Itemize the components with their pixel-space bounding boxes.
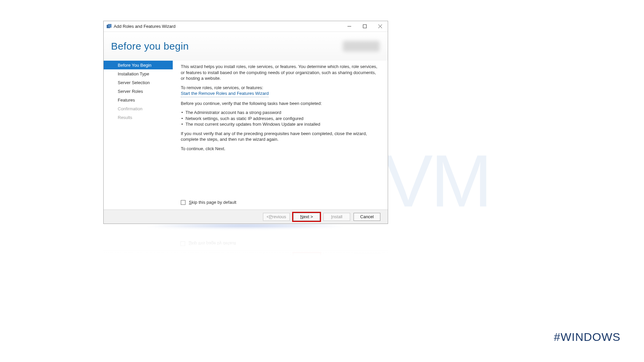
page-header: Before you begin	[104, 32, 388, 61]
previous-button: < Previous	[263, 213, 290, 221]
cancel-button[interactable]: Cancel	[354, 213, 380, 221]
maximize-button[interactable]	[357, 21, 372, 32]
skip-row: Skip this page by default	[181, 199, 380, 205]
install-button: Install	[323, 213, 350, 221]
title-bar: Add Roles and Features Wizard	[104, 21, 388, 32]
remove-wizard-link[interactable]: Start the Remove Roles and Features Wiza…	[181, 90, 269, 97]
nav-server-roles[interactable]: Server Roles	[104, 87, 173, 96]
destination-server-blurred	[343, 41, 380, 52]
after-bullets-text: If you must verify that any of the prece…	[181, 131, 380, 142]
skip-label: Skip this page by default	[189, 199, 236, 205]
nav-features[interactable]: Features	[104, 96, 173, 104]
page-title: Before you begin	[111, 41, 189, 52]
prereq-list: •The Administrator account has a strong …	[181, 110, 380, 127]
next-button[interactable]: Next >	[293, 213, 320, 221]
close-button[interactable]	[372, 21, 388, 32]
continue-text: To continue, click Next.	[181, 146, 380, 152]
remove-heading: To remove roles, role services, or featu…	[181, 85, 380, 91]
skip-checkbox[interactable]	[181, 200, 185, 205]
nav-before-you-begin[interactable]: Before You Begin	[104, 61, 173, 69]
title-bar-left: Add Roles and Features Wizard	[106, 24, 175, 29]
list-item: •The Administrator account has a strong …	[181, 110, 380, 116]
app-icon	[106, 24, 112, 29]
minimize-button[interactable]	[341, 21, 357, 32]
nav-server-selection[interactable]: Server Selection	[104, 78, 173, 87]
nav-sidebar: Before You Begin Installation Type Serve…	[104, 61, 173, 209]
svg-rect-1	[108, 24, 111, 27]
hashtag-label: #WINDOWS	[554, 330, 621, 344]
intro-text: This wizard helps you install roles, rol…	[181, 64, 380, 81]
window-controls	[341, 21, 388, 32]
content-panel: This wizard helps you install roles, rol…	[173, 61, 388, 209]
list-item: •Network settings, such as static IP add…	[181, 116, 380, 122]
wizard-window: Add Roles and Features Wizard Before you…	[103, 21, 388, 224]
button-footer: < Previous Next > Install Cancel	[104, 209, 388, 224]
nav-confirmation: Confirmation	[104, 104, 173, 113]
nav-installation-type[interactable]: Installation Type	[104, 69, 173, 78]
nav-results: Results	[104, 113, 173, 122]
wizard-body: Before You Begin Installation Type Serve…	[104, 61, 388, 209]
list-item: •The most current security updates from …	[181, 121, 380, 127]
window-title: Add Roles and Features Wizard	[114, 24, 175, 29]
verify-heading: Before you continue, verify that the fol…	[181, 101, 380, 107]
svg-rect-3	[363, 25, 366, 28]
